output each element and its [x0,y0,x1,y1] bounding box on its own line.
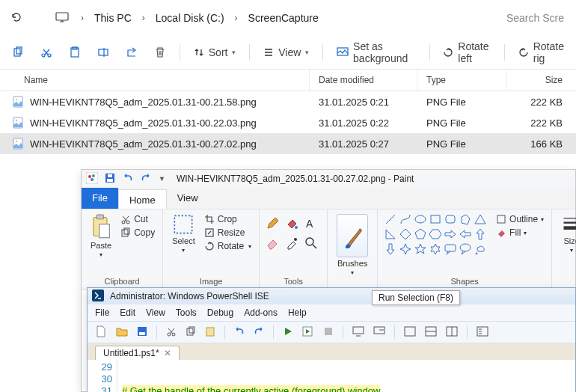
shape-callout-cloud-icon[interactable] [474,242,487,256]
shape-right-triangle-icon[interactable] [384,227,397,241]
file-row[interactable]: WIN-HEVIKNT78Q5_adm_2025.01.31-00.27.02.… [0,133,576,154]
save-file-icon[interactable] [134,324,150,341]
pencil-tool-icon[interactable] [266,217,282,233]
brushes-button[interactable]: Brushes ▾ [334,212,371,278]
close-tab-icon[interactable]: ✕ [164,348,171,358]
tab-file[interactable]: File [82,188,118,209]
rotate-right-button[interactable]: Rotate rig [511,36,572,69]
qat-dropdown-icon[interactable]: ▼ [156,174,168,183]
shape-arrow-up-icon[interactable] [474,227,487,241]
share-icon[interactable] [118,42,145,63]
shape-roundrect-icon[interactable] [444,212,457,226]
shape-curve-icon[interactable] [399,212,412,226]
text-tool-icon[interactable]: A [304,217,321,233]
paste-icon[interactable] [202,324,218,341]
undo-icon[interactable] [231,324,248,341]
crop-button[interactable]: Crop [203,212,253,226]
copy-icon[interactable] [183,324,199,341]
shape-polygon-icon[interactable] [459,212,472,226]
fill-tool-icon[interactable] [285,217,301,233]
run-script-icon[interactable] [280,324,296,341]
shape-line-icon[interactable] [384,212,397,226]
breadcrumb-this-pc[interactable]: This PC [90,9,136,27]
view-button[interactable]: View▾ [256,42,316,63]
tab-view[interactable]: View [167,188,209,209]
shape-rect-icon[interactable] [429,212,442,226]
size-button[interactable]: Size ▾ [558,212,576,255]
column-type[interactable]: Type [417,70,507,91]
shape-fill-button[interactable]: Fill▾ [494,226,545,239]
redo-icon[interactable] [251,324,267,341]
breadcrumb-local-disk[interactable]: Local Disk (C:) [151,9,229,27]
new-file-icon[interactable] [92,323,110,342]
shape-callout-rect-icon[interactable] [444,242,457,256]
shape-6star-icon[interactable] [429,242,442,256]
layout-2-icon[interactable] [422,324,440,341]
script-tab[interactable]: Untitled1.ps1* ✕ [95,346,180,360]
menu-view[interactable]: View [146,307,165,318]
file-row[interactable]: WIN-HEVIKNT78Q5_adm_2025.01.31-00.22.03.… [0,112,576,133]
stop-icon[interactable] [320,324,337,341]
menu-debug[interactable]: Debug [207,307,233,318]
file-row[interactable]: WIN-HEVIKNT78Q5_adm_2025.01.31-00.21.58.… [0,91,576,112]
chevron-right-icon[interactable]: › [79,13,85,23]
shape-diamond-icon[interactable] [399,227,412,241]
code-editor[interactable]: 29303132 # Get the handle of the current… [88,360,575,392]
rotate-button[interactable]: Rotate▾ [203,239,253,253]
shape-pentagon-icon[interactable] [414,227,427,241]
copy-button[interactable]: Copy [119,226,156,239]
menu-help[interactable]: Help [288,307,307,318]
shape-oval-icon[interactable] [414,212,427,226]
cut-icon[interactable] [33,42,60,63]
delete-icon[interactable] [147,42,174,63]
column-date[interactable]: Date modified [310,70,417,91]
sort-button[interactable]: Sort▾ [186,42,244,63]
chevron-right-icon[interactable]: › [233,13,239,23]
shape-4star-icon[interactable] [399,242,412,256]
start-remote-icon[interactable] [370,324,388,341]
paste-icon[interactable] [61,42,88,63]
column-size[interactable]: Size [507,70,576,91]
rename-icon[interactable] [90,42,117,63]
shape-outline-button[interactable]: Outline▾ [494,212,545,226]
column-name[interactable]: Name [0,70,310,91]
chevron-right-icon[interactable]: › [141,13,147,23]
shape-hexagon-icon[interactable] [429,227,442,241]
search-input[interactable]: Search Scre [500,7,570,28]
cut-button[interactable]: Cut [119,212,156,226]
tab-home[interactable]: Home [118,189,167,209]
picker-tool-icon[interactable] [285,236,301,252]
set-background-button[interactable]: Set as background [329,36,423,69]
resize-button[interactable]: Resize [203,226,253,239]
paint-titlebar[interactable]: ▼ WIN-HEVIKNT78Q5_adm_2025.01.31-00.27.0… [82,170,575,188]
shape-arrow-right-icon[interactable] [444,227,457,241]
menu-file[interactable]: File [95,307,109,318]
menu-add-ons[interactable]: Add-ons [244,307,278,318]
menu-edit[interactable]: Edit [120,307,135,318]
paste-button[interactable]: Paste ▾ [88,212,114,260]
menu-tools[interactable]: Tools [176,307,197,318]
new-remote-icon[interactable] [349,324,367,341]
run-selection-icon[interactable] [299,323,317,342]
show-command-icon[interactable] [474,324,491,341]
layout-1-icon[interactable] [401,324,419,341]
breadcrumb-screencapture[interactable]: ScreenCapture [244,9,323,27]
refresh-button[interactable] [6,7,27,30]
open-file-icon[interactable] [113,323,131,342]
shape-callout-oval-icon[interactable] [459,242,472,256]
cut-icon[interactable] [163,324,180,341]
layout-3-icon[interactable] [443,324,461,341]
magnifier-tool-icon[interactable] [304,236,321,252]
select-button[interactable]: Select ▾ [169,212,198,255]
redo-icon[interactable] [138,172,153,186]
shape-5star-icon[interactable] [414,242,427,256]
save-icon[interactable] [102,172,117,186]
ise-titlebar[interactable]: Administrator: Windows PowerShell ISE [88,288,575,304]
code-lines[interactable]: # Get the handle of the currently active… [117,360,384,392]
shapes-gallery[interactable] [384,212,487,256]
this-pc-icon[interactable] [49,7,75,30]
copy-icon[interactable] [4,42,31,63]
rotate-left-button[interactable]: Rotate left [435,36,498,69]
shape-arrow-down-icon[interactable] [384,242,397,256]
shape-triangle-icon[interactable] [474,212,487,226]
